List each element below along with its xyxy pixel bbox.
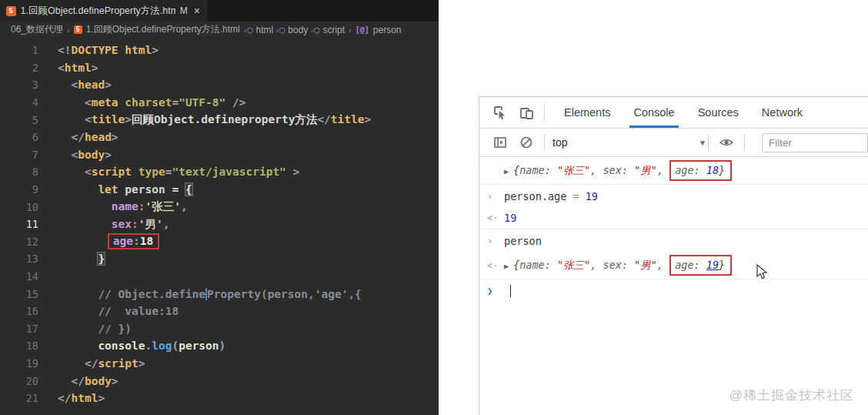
code-line-text: name:'张三', bbox=[58, 199, 188, 214]
code-line-text: <html> bbox=[58, 62, 98, 74]
console-output[interactable]: ▶{name: "张三", sex: "男", age: 18}›person.… bbox=[479, 157, 868, 303]
return-value-icon: <· bbox=[487, 260, 504, 271]
symbol-cube-icon: ⬡ bbox=[313, 26, 320, 35]
console-input-text: person.age = 19 bbox=[504, 190, 598, 202]
breadcrumb-item[interactable]: script bbox=[322, 25, 345, 35]
console-text-cursor bbox=[510, 285, 511, 297]
line-number: 8 bbox=[0, 166, 38, 178]
line-number: 2 bbox=[0, 62, 38, 74]
code-line[interactable]: 18 console.log(person) bbox=[0, 337, 439, 355]
breadcrumb-folder[interactable]: 06_数据代理 bbox=[11, 23, 63, 36]
console-row-result[interactable]: <·19 bbox=[479, 207, 868, 229]
code-line-text: <meta charset="UTF-8" /> bbox=[58, 96, 245, 109]
eye-icon[interactable] bbox=[716, 132, 736, 152]
annotation-red-box: age: 19} bbox=[669, 255, 732, 276]
code-line-text: console.log(person) bbox=[58, 340, 225, 352]
divider bbox=[544, 134, 545, 151]
clear-console-icon[interactable] bbox=[516, 132, 536, 152]
console-input-text: person bbox=[504, 235, 542, 247]
code-line-text: </html> bbox=[58, 392, 105, 404]
breadcrumb-file[interactable]: 1.回顾Object.defineProperty方法.html bbox=[86, 23, 240, 36]
watermark-text: @稀土掘金技术社区 bbox=[729, 387, 854, 404]
code-line[interactable]: 10 name:'张三', bbox=[0, 198, 439, 216]
line-number: 19 bbox=[0, 357, 38, 370]
tab-title: 1.回顾Object.defineProperty方法.html bbox=[21, 5, 175, 18]
console-input-chevron-icon: › bbox=[487, 191, 504, 202]
line-number: 17 bbox=[0, 323, 38, 335]
console-row-result-obj[interactable]: <·▶{name: "张三", sex: "男", age: 19} bbox=[479, 252, 868, 279]
code-line[interactable]: 8 <script type="text/javascript" > bbox=[0, 163, 439, 181]
code-line[interactable]: 14 bbox=[0, 268, 439, 286]
line-number: 11 bbox=[0, 218, 38, 230]
console-row-prompt[interactable]: ❯ bbox=[479, 279, 868, 303]
line-number: 4 bbox=[0, 96, 38, 109]
code-line-text: </head> bbox=[58, 131, 119, 143]
code-line[interactable]: 9 let person = { bbox=[0, 181, 439, 199]
line-number: 1 bbox=[0, 44, 38, 56]
code-line-text: </script> bbox=[58, 357, 145, 370]
code-line-text: // value:18 bbox=[58, 305, 179, 317]
breadcrumb-item[interactable]: html bbox=[256, 25, 274, 35]
code-line-text: let person = { bbox=[58, 183, 192, 196]
filter-input[interactable] bbox=[762, 133, 868, 152]
code-line[interactable]: 1<!DOCTYPE html> bbox=[0, 42, 439, 59]
console-sidebar-icon[interactable] bbox=[490, 132, 510, 152]
code-line[interactable]: 7 <body> bbox=[0, 146, 439, 164]
divider bbox=[544, 104, 545, 121]
annotation-red-box: age:18 bbox=[108, 233, 159, 249]
symbol-variable-icon: [@] bbox=[356, 25, 369, 34]
breadcrumb: 06_数据代理 › 5 1.回顾Object.defineProperty方法.… bbox=[0, 22, 439, 38]
devtools-tab-elements[interactable]: Elements bbox=[553, 97, 622, 128]
code-line[interactable]: 19 </script> bbox=[0, 355, 439, 373]
object-preview: ▶{name: "张三", sex: "男", age: 18} bbox=[504, 164, 732, 178]
code-line[interactable]: 2<html> bbox=[0, 59, 439, 77]
breadcrumb-symbol[interactable]: person bbox=[373, 25, 402, 35]
code-line[interactable]: 21</html> bbox=[0, 390, 439, 407]
expand-triangle-icon[interactable]: ▶ bbox=[504, 262, 509, 270]
line-number: 21 bbox=[0, 392, 38, 404]
code-line[interactable]: 20 </body> bbox=[0, 372, 439, 390]
code-line[interactable]: 11 sex:'男', bbox=[0, 216, 439, 233]
code-line[interactable]: 3 <head> bbox=[0, 76, 439, 94]
code-line[interactable]: 17 // }) bbox=[0, 320, 439, 338]
code-line[interactable]: 6 </head> bbox=[0, 129, 439, 146]
code-line[interactable]: 16 // value:18 bbox=[0, 303, 439, 320]
code-line[interactable]: 15 // Object.defineProperty(person,'age'… bbox=[0, 285, 439, 303]
devtools-tab-network[interactable]: Network bbox=[750, 97, 814, 128]
html-file-icon: 5 bbox=[74, 25, 82, 34]
console-prompt-chevron-icon: ❯ bbox=[487, 286, 504, 296]
expand-triangle-icon[interactable]: ▶ bbox=[504, 167, 509, 176]
return-value-icon: <· bbox=[487, 213, 504, 223]
console-row-input[interactable]: ›person bbox=[479, 229, 868, 252]
object-preview: ▶{name: "张三", sex: "男", age: 19} bbox=[504, 259, 732, 273]
code-line-text: // }) bbox=[58, 323, 132, 335]
editor-tab[interactable]: 5 1.回顾Object.defineProperty方法.html M × bbox=[0, 0, 208, 22]
code-line[interactable]: 13 } bbox=[0, 250, 439, 268]
line-number: 10 bbox=[0, 201, 38, 213]
devtools-tab-sources[interactable]: Sources bbox=[686, 97, 750, 128]
inspect-icon[interactable] bbox=[490, 102, 510, 122]
console-input-chevron-icon: › bbox=[487, 236, 504, 246]
breadcrumb-item[interactable]: body bbox=[288, 25, 308, 35]
divider bbox=[708, 134, 709, 151]
code-line[interactable]: 5 <title>回顾Object.defineproperty方法</titl… bbox=[0, 111, 439, 129]
context-selector[interactable]: top ▼ bbox=[553, 136, 706, 149]
line-number: 3 bbox=[0, 79, 38, 91]
console-row-input[interactable]: ›person.age = 19 bbox=[479, 185, 868, 207]
code-line-text: <script type="text/javascript" > bbox=[58, 166, 299, 178]
tab-close-icon[interactable]: × bbox=[194, 5, 200, 17]
line-number: 12 bbox=[0, 236, 38, 248]
divider bbox=[744, 134, 745, 151]
device-toolbar-icon[interactable] bbox=[516, 102, 536, 122]
breadcrumb-separator: › bbox=[349, 25, 352, 35]
console-row-log[interactable]: ▶{name: "张三", sex: "男", age: 18} bbox=[479, 157, 868, 185]
console-result-text: 19 bbox=[504, 212, 516, 224]
screenshot-stage: 5 1.回顾Object.defineProperty方法.html M × 0… bbox=[0, 0, 868, 415]
code-line[interactable]: 12 age:18 bbox=[0, 233, 439, 251]
devtools-tab-console[interactable]: Console bbox=[622, 97, 686, 128]
code-editor[interactable]: 1<!DOCTYPE html>2<html>3 <head>4 <meta c… bbox=[0, 38, 439, 407]
line-number: 14 bbox=[0, 270, 38, 283]
code-line-text: age:18 bbox=[58, 233, 159, 249]
code-line[interactable]: 4 <meta charset="UTF-8" /> bbox=[0, 94, 439, 112]
code-line-text: } bbox=[58, 253, 105, 265]
